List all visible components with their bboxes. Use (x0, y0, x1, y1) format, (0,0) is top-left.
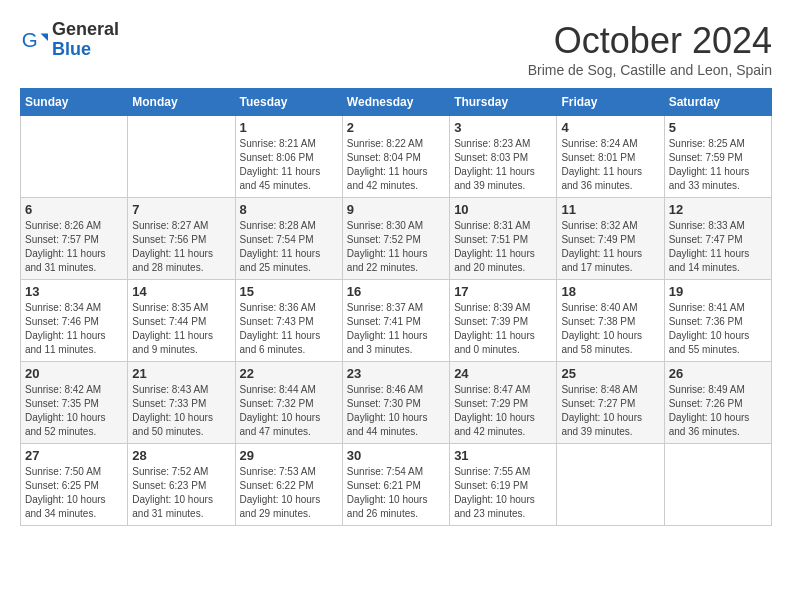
calendar-week-row: 6Sunrise: 8:26 AM Sunset: 7:57 PM Daylig… (21, 198, 772, 280)
day-detail: Sunrise: 8:44 AM Sunset: 7:32 PM Dayligh… (240, 383, 338, 439)
day-number: 4 (561, 120, 659, 135)
logo-general: General (52, 20, 119, 40)
day-detail: Sunrise: 8:48 AM Sunset: 7:27 PM Dayligh… (561, 383, 659, 439)
calendar-cell: 10Sunrise: 8:31 AM Sunset: 7:51 PM Dayli… (450, 198, 557, 280)
day-detail: Sunrise: 7:54 AM Sunset: 6:21 PM Dayligh… (347, 465, 445, 521)
calendar-cell: 25Sunrise: 8:48 AM Sunset: 7:27 PM Dayli… (557, 362, 664, 444)
day-number: 25 (561, 366, 659, 381)
day-detail: Sunrise: 8:47 AM Sunset: 7:29 PM Dayligh… (454, 383, 552, 439)
calendar-cell: 21Sunrise: 8:43 AM Sunset: 7:33 PM Dayli… (128, 362, 235, 444)
calendar-cell: 1Sunrise: 8:21 AM Sunset: 8:06 PM Daylig… (235, 116, 342, 198)
day-number: 29 (240, 448, 338, 463)
weekday-header: Monday (128, 89, 235, 116)
day-detail: Sunrise: 8:21 AM Sunset: 8:06 PM Dayligh… (240, 137, 338, 193)
day-detail: Sunrise: 8:42 AM Sunset: 7:35 PM Dayligh… (25, 383, 123, 439)
day-number: 1 (240, 120, 338, 135)
day-detail: Sunrise: 7:55 AM Sunset: 6:19 PM Dayligh… (454, 465, 552, 521)
weekday-header: Thursday (450, 89, 557, 116)
calendar-cell: 13Sunrise: 8:34 AM Sunset: 7:46 PM Dayli… (21, 280, 128, 362)
calendar-cell: 2Sunrise: 8:22 AM Sunset: 8:04 PM Daylig… (342, 116, 449, 198)
day-number: 31 (454, 448, 552, 463)
month-title: October 2024 (528, 20, 772, 62)
weekday-header-row: SundayMondayTuesdayWednesdayThursdayFrid… (21, 89, 772, 116)
day-detail: Sunrise: 8:27 AM Sunset: 7:56 PM Dayligh… (132, 219, 230, 275)
day-detail: Sunrise: 7:50 AM Sunset: 6:25 PM Dayligh… (25, 465, 123, 521)
calendar-cell (664, 444, 771, 526)
calendar-cell: 27Sunrise: 7:50 AM Sunset: 6:25 PM Dayli… (21, 444, 128, 526)
svg-marker-1 (41, 33, 48, 40)
day-detail: Sunrise: 8:39 AM Sunset: 7:39 PM Dayligh… (454, 301, 552, 357)
day-detail: Sunrise: 8:40 AM Sunset: 7:38 PM Dayligh… (561, 301, 659, 357)
day-number: 9 (347, 202, 445, 217)
calendar-cell: 14Sunrise: 8:35 AM Sunset: 7:44 PM Dayli… (128, 280, 235, 362)
day-detail: Sunrise: 8:32 AM Sunset: 7:49 PM Dayligh… (561, 219, 659, 275)
day-number: 23 (347, 366, 445, 381)
weekday-header: Sunday (21, 89, 128, 116)
calendar-cell: 8Sunrise: 8:28 AM Sunset: 7:54 PM Daylig… (235, 198, 342, 280)
calendar-week-row: 13Sunrise: 8:34 AM Sunset: 7:46 PM Dayli… (21, 280, 772, 362)
calendar-cell: 3Sunrise: 8:23 AM Sunset: 8:03 PM Daylig… (450, 116, 557, 198)
day-detail: Sunrise: 8:23 AM Sunset: 8:03 PM Dayligh… (454, 137, 552, 193)
day-detail: Sunrise: 8:49 AM Sunset: 7:26 PM Dayligh… (669, 383, 767, 439)
calendar-cell (21, 116, 128, 198)
weekday-header: Saturday (664, 89, 771, 116)
location-subtitle: Brime de Sog, Castille and Leon, Spain (528, 62, 772, 78)
calendar-cell: 7Sunrise: 8:27 AM Sunset: 7:56 PM Daylig… (128, 198, 235, 280)
calendar-cell: 22Sunrise: 8:44 AM Sunset: 7:32 PM Dayli… (235, 362, 342, 444)
day-number: 7 (132, 202, 230, 217)
calendar-week-row: 20Sunrise: 8:42 AM Sunset: 7:35 PM Dayli… (21, 362, 772, 444)
calendar-cell: 20Sunrise: 8:42 AM Sunset: 7:35 PM Dayli… (21, 362, 128, 444)
day-number: 15 (240, 284, 338, 299)
day-number: 19 (669, 284, 767, 299)
day-detail: Sunrise: 8:30 AM Sunset: 7:52 PM Dayligh… (347, 219, 445, 275)
calendar-cell: 31Sunrise: 7:55 AM Sunset: 6:19 PM Dayli… (450, 444, 557, 526)
day-number: 13 (25, 284, 123, 299)
day-number: 6 (25, 202, 123, 217)
day-detail: Sunrise: 8:43 AM Sunset: 7:33 PM Dayligh… (132, 383, 230, 439)
calendar-cell: 24Sunrise: 8:47 AM Sunset: 7:29 PM Dayli… (450, 362, 557, 444)
day-number: 10 (454, 202, 552, 217)
day-detail: Sunrise: 7:53 AM Sunset: 6:22 PM Dayligh… (240, 465, 338, 521)
day-number: 22 (240, 366, 338, 381)
day-number: 8 (240, 202, 338, 217)
calendar-cell: 23Sunrise: 8:46 AM Sunset: 7:30 PM Dayli… (342, 362, 449, 444)
calendar-cell (128, 116, 235, 198)
logo-icon: G (20, 26, 48, 54)
calendar-cell: 26Sunrise: 8:49 AM Sunset: 7:26 PM Dayli… (664, 362, 771, 444)
logo-blue: Blue (52, 40, 119, 60)
day-number: 12 (669, 202, 767, 217)
weekday-header: Wednesday (342, 89, 449, 116)
day-number: 26 (669, 366, 767, 381)
calendar-cell: 16Sunrise: 8:37 AM Sunset: 7:41 PM Dayli… (342, 280, 449, 362)
calendar-cell: 9Sunrise: 8:30 AM Sunset: 7:52 PM Daylig… (342, 198, 449, 280)
day-detail: Sunrise: 8:24 AM Sunset: 8:01 PM Dayligh… (561, 137, 659, 193)
day-number: 20 (25, 366, 123, 381)
day-detail: Sunrise: 8:35 AM Sunset: 7:44 PM Dayligh… (132, 301, 230, 357)
day-detail: Sunrise: 7:52 AM Sunset: 6:23 PM Dayligh… (132, 465, 230, 521)
day-number: 30 (347, 448, 445, 463)
page-header: G General Blue October 2024 Brime de Sog… (20, 20, 772, 78)
svg-text:G: G (22, 27, 38, 50)
weekday-header: Tuesday (235, 89, 342, 116)
calendar-table: SundayMondayTuesdayWednesdayThursdayFrid… (20, 88, 772, 526)
day-number: 5 (669, 120, 767, 135)
day-number: 28 (132, 448, 230, 463)
calendar-cell: 4Sunrise: 8:24 AM Sunset: 8:01 PM Daylig… (557, 116, 664, 198)
calendar-cell: 29Sunrise: 7:53 AM Sunset: 6:22 PM Dayli… (235, 444, 342, 526)
day-number: 21 (132, 366, 230, 381)
day-detail: Sunrise: 8:31 AM Sunset: 7:51 PM Dayligh… (454, 219, 552, 275)
calendar-cell: 6Sunrise: 8:26 AM Sunset: 7:57 PM Daylig… (21, 198, 128, 280)
day-number: 16 (347, 284, 445, 299)
day-detail: Sunrise: 8:37 AM Sunset: 7:41 PM Dayligh… (347, 301, 445, 357)
calendar-cell: 5Sunrise: 8:25 AM Sunset: 7:59 PM Daylig… (664, 116, 771, 198)
day-number: 2 (347, 120, 445, 135)
day-number: 11 (561, 202, 659, 217)
weekday-header: Friday (557, 89, 664, 116)
day-detail: Sunrise: 8:26 AM Sunset: 7:57 PM Dayligh… (25, 219, 123, 275)
day-number: 18 (561, 284, 659, 299)
calendar-week-row: 1Sunrise: 8:21 AM Sunset: 8:06 PM Daylig… (21, 116, 772, 198)
calendar-cell: 30Sunrise: 7:54 AM Sunset: 6:21 PM Dayli… (342, 444, 449, 526)
calendar-cell: 15Sunrise: 8:36 AM Sunset: 7:43 PM Dayli… (235, 280, 342, 362)
calendar-cell: 18Sunrise: 8:40 AM Sunset: 7:38 PM Dayli… (557, 280, 664, 362)
day-detail: Sunrise: 8:36 AM Sunset: 7:43 PM Dayligh… (240, 301, 338, 357)
